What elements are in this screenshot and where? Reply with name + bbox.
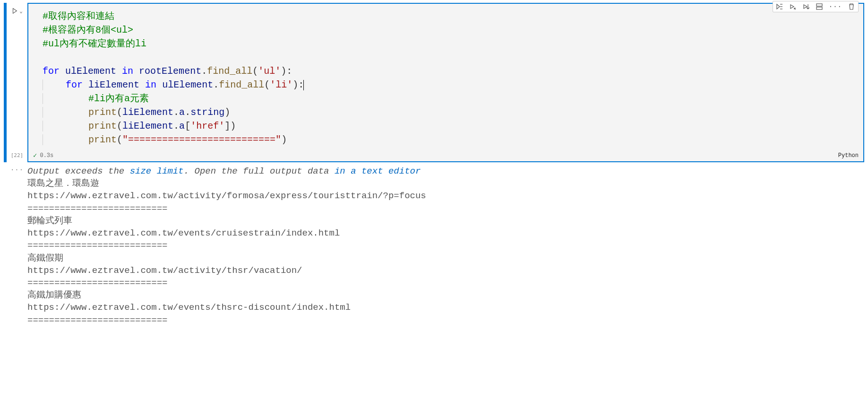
text-editor-link[interactable]: in a text editor	[335, 166, 421, 176]
output-line: https://www.eztravel.com.tw/events/cruis…	[27, 228, 340, 238]
chevron-down-icon: ⌄	[19, 8, 23, 14]
execution-count: [22]	[11, 152, 24, 158]
run-cell-button[interactable]: ⌄	[11, 8, 23, 14]
output-line: ==========================	[27, 203, 167, 214]
cell-toolbar: ···	[773, 1, 859, 12]
output-line: 高鐵加購優惠	[27, 290, 81, 300]
split-cell-button[interactable]	[816, 3, 823, 10]
output-line: 郵輪式列車	[27, 216, 72, 226]
exec-gutter: ⌄ [22]	[7, 3, 27, 162]
check-icon: ✓	[33, 151, 37, 159]
comment: #根容器內有8個<ul>	[43, 25, 133, 35]
output-line: ==========================	[27, 240, 167, 251]
cell-status-bar: ✓ 0.3s Python	[28, 150, 863, 161]
code-cell: ⌄ [22] ···	[4, 3, 864, 162]
output-line: ==========================	[27, 278, 167, 288]
output-area: ··· Output exceeds the size limit. Open …	[4, 165, 864, 326]
svg-rect-3	[816, 4, 822, 6]
execute-below-button[interactable]	[802, 3, 810, 10]
size-limit-link[interactable]: size limit	[130, 166, 184, 176]
output-more-icon[interactable]: ···	[7, 166, 27, 174]
more-actions-button[interactable]: ···	[829, 3, 842, 10]
comment: #li內有a元素	[88, 93, 149, 104]
run-by-line-button[interactable]	[776, 3, 783, 10]
cell-language[interactable]: Python	[838, 152, 859, 159]
play-icon	[11, 8, 18, 14]
output-line: https://www.eztravel.com.tw/activity/ths…	[27, 265, 302, 276]
code-content[interactable]: #取得內容和連結 #根容器內有8個<ul> #ul內有不確定數量的li for …	[28, 4, 863, 150]
comment: #ul內有不確定數量的li	[43, 38, 146, 49]
delete-cell-button[interactable]	[848, 3, 855, 10]
execute-above-button[interactable]	[789, 3, 797, 10]
text-cursor	[303, 80, 304, 90]
exec-duration: 0.3s	[40, 152, 53, 159]
output-line: https://www.eztravel.com.tw/events/thsrc…	[27, 302, 351, 313]
output-line: ==========================	[27, 315, 167, 325]
comment: #取得內容和連結	[43, 11, 114, 22]
output-text: Output exceeds the size limit. Open the …	[27, 165, 864, 326]
keyword-for: for	[43, 66, 60, 77]
output-line: 環島之星．環島遊	[27, 178, 99, 189]
output-line: https://www.eztravel.com.tw/activity/for…	[27, 191, 426, 201]
output-exceed-prefix: Output exceeds the	[27, 166, 130, 176]
svg-rect-4	[816, 7, 822, 9]
output-line: 高鐵假期	[27, 253, 63, 263]
code-editor[interactable]: ··· #取得內容和連結 #根容器內有8個<ul> #ul內有不確定數量的li …	[27, 3, 864, 162]
